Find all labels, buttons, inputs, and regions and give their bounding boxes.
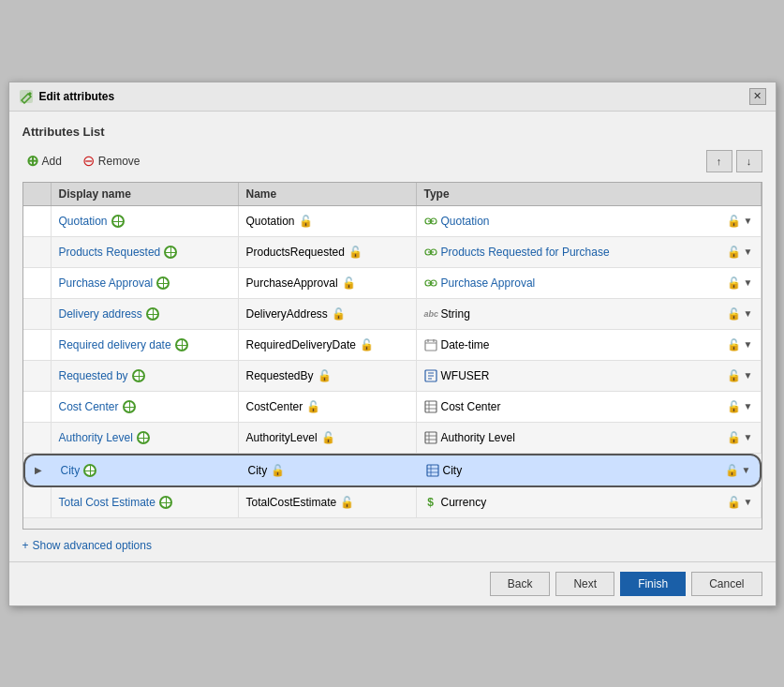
globe-icon	[164, 246, 177, 259]
table-row[interactable]: Purchase Approval PurchaseApproval 🔓	[23, 268, 762, 299]
col-header-display: Display name	[52, 183, 239, 205]
move-down-button[interactable]: ↓	[736, 150, 762, 172]
name-value: AuthorityLevel	[246, 431, 318, 444]
name-value: Quotation	[246, 215, 295, 228]
dropdown-arrow[interactable]: ▼	[744, 216, 753, 226]
type-icon-wfuser	[424, 369, 437, 382]
add-label: Add	[42, 155, 62, 168]
table-row[interactable]: Delivery address DeliveryAddress 🔓 abc S…	[23, 299, 762, 330]
display-name-cell: Delivery address	[52, 299, 239, 329]
type-cell: Quotation 🔓 ▼	[417, 206, 762, 236]
selected-row-arrow: ▶	[35, 465, 42, 475]
globe-icon	[156, 276, 170, 290]
type-value: Currency	[441, 496, 487, 509]
display-name-cell: Cost Center	[52, 392, 239, 422]
remove-icon: ⊖	[82, 152, 95, 170]
next-button[interactable]: Next	[555, 572, 614, 596]
dropdown-arrow[interactable]: ▼	[744, 246, 753, 257]
display-name-cell: Products Requested	[52, 237, 239, 267]
show-advanced-options[interactable]: + Show advanced options	[22, 539, 762, 552]
type-value[interactable]: Purchase Approval	[441, 276, 536, 290]
type-cell: Date-time 🔓 ▼	[417, 330, 762, 360]
globe-icon	[159, 496, 172, 509]
table-row[interactable]: Required delivery date RequiredDeliveryD…	[23, 330, 762, 361]
display-name-cell: Required delivery date	[52, 330, 239, 360]
table-header: Display name Name Type	[23, 183, 762, 206]
name-cell: DeliveryAddress 🔓	[239, 299, 417, 329]
dropdown-arrow[interactable]: ▼	[742, 465, 751, 475]
row-selector	[23, 392, 52, 422]
remove-label: Remove	[98, 155, 141, 168]
type-cell: Cost Center 🔓 ▼	[417, 392, 762, 422]
add-button[interactable]: ⊕ Add	[22, 150, 66, 172]
table-row[interactable]: Products Requested ProductsRequested 🔓	[23, 237, 762, 268]
close-button[interactable]: ✕	[749, 88, 766, 105]
col-header-type: Type	[417, 183, 762, 205]
type-value: Cost Center	[441, 400, 501, 413]
display-name-link[interactable]: Requested by	[59, 369, 128, 382]
type-inner: Quotation	[424, 215, 490, 228]
dropdown-arrow[interactable]: ▼	[744, 339, 753, 350]
type-icon-link	[424, 246, 437, 259]
remove-button[interactable]: ⊖ Remove	[79, 150, 144, 172]
name-value: City	[248, 464, 268, 477]
type-value[interactable]: Quotation	[441, 215, 490, 228]
globe-icon	[111, 215, 125, 228]
display-name-link[interactable]: Products Requested	[59, 246, 161, 259]
row-selector	[23, 423, 52, 453]
display-name-cell: City	[53, 456, 241, 485]
row-selector	[23, 299, 52, 329]
display-name-link[interactable]: Total Cost Estimate	[59, 496, 155, 509]
dropdown-arrow[interactable]: ▼	[744, 308, 753, 319]
type-value: String	[441, 307, 470, 321]
name-value: CostCenter	[246, 400, 303, 413]
display-name-link[interactable]: Delivery address	[59, 307, 142, 321]
type-lock-icon: 🔓	[727, 246, 741, 259]
toolbar: ⊕ Add ⊖ Remove ↑ ↓	[22, 150, 762, 172]
move-up-button[interactable]: ↑	[706, 150, 732, 172]
row-selector	[23, 206, 52, 236]
dropdown-arrow[interactable]: ▼	[744, 432, 753, 442]
type-icon-abc: abc	[424, 309, 437, 319]
table-row[interactable]: Quotation Quotation 🔓	[23, 206, 762, 237]
lock-icon: 🔓	[332, 307, 346, 321]
globe-icon	[123, 400, 136, 413]
name-value: PurchaseApproval	[246, 276, 338, 290]
dropdown-arrow[interactable]: ▼	[744, 497, 753, 507]
cancel-button[interactable]: Cancel	[691, 572, 762, 596]
type-cell: $ Currency 🔓 ▼	[417, 487, 762, 517]
dropdown-arrow[interactable]: ▼	[744, 277, 753, 288]
dropdown-arrow[interactable]: ▼	[744, 401, 753, 411]
type-lock-icon: 🔓	[727, 276, 741, 290]
globe-icon	[132, 369, 145, 382]
display-name-link[interactable]: Cost Center	[59, 400, 119, 413]
back-button[interactable]: Back	[490, 572, 551, 596]
table-row[interactable]: Total Cost Estimate TotalCostEstimate 🔓 …	[23, 487, 762, 518]
dialog-title: Edit attributes	[39, 90, 115, 103]
display-name-cell: Authority Level	[52, 423, 239, 453]
display-name-link[interactable]: City	[61, 464, 81, 477]
table-row-selected[interactable]: ▶ City City 🔓	[23, 454, 762, 487]
table-row[interactable]: Cost Center CostCenter 🔓	[23, 392, 762, 423]
type-lock-icon: 🔓	[727, 307, 741, 321]
table-row[interactable]: Requested by RequestedBy 🔓	[23, 361, 762, 392]
name-cell: Quotation 🔓	[239, 206, 417, 236]
name-cell: PurchaseApproval 🔓	[239, 268, 417, 298]
name-cell: RequiredDeliveryDate 🔓	[239, 330, 417, 360]
add-icon: ⊕	[26, 152, 38, 170]
display-name-cell: Total Cost Estimate	[52, 487, 239, 517]
display-name-link[interactable]: Authority Level	[59, 431, 133, 444]
lock-icon: 🔓	[299, 215, 313, 228]
type-inner: Purchase Approval	[424, 276, 536, 290]
name-value: DeliveryAddress	[246, 307, 328, 321]
row-selector: ▶	[25, 456, 53, 485]
dropdown-arrow[interactable]: ▼	[744, 370, 753, 381]
display-name-link[interactable]: Required delivery date	[59, 338, 171, 351]
table-row[interactable]: Authority Level AuthorityLevel 🔓	[23, 423, 762, 454]
display-name-link[interactable]: Purchase Approval	[59, 276, 154, 290]
finish-button[interactable]: Finish	[620, 572, 686, 596]
name-cell: ProductsRequested 🔓	[239, 237, 417, 267]
type-value[interactable]: Products Requested for Purchase	[441, 246, 610, 259]
svg-rect-26	[427, 465, 438, 476]
display-name-link[interactable]: Quotation	[59, 215, 108, 228]
